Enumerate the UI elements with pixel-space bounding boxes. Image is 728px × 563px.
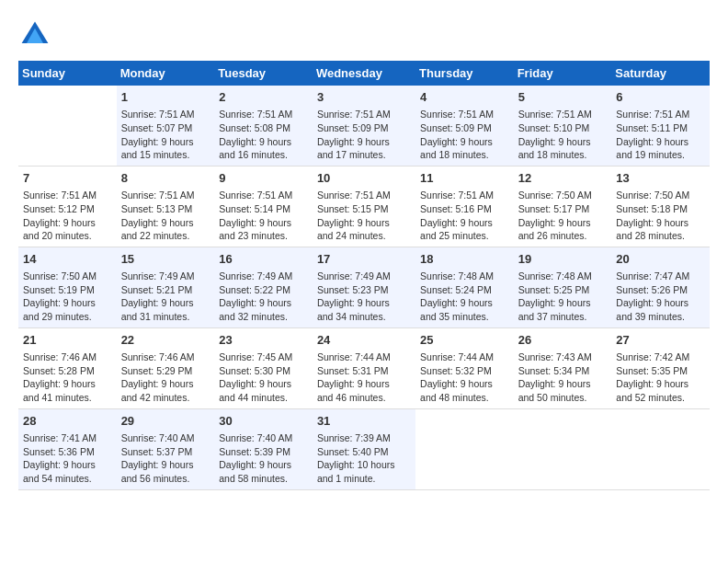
calendar-cell: 11Sunrise: 7:51 AM Sunset: 5:16 PM Dayli…: [415, 166, 514, 247]
day-info: Sunrise: 7:51 AM Sunset: 5:11 PM Dayligh…: [616, 108, 705, 162]
day-number: 18: [420, 251, 509, 268]
day-info: Sunrise: 7:50 AM Sunset: 5:17 PM Dayligh…: [518, 189, 608, 243]
day-number: 15: [121, 251, 210, 268]
calendar-cell: 31Sunrise: 7:39 AM Sunset: 5:40 PM Dayli…: [313, 408, 415, 489]
day-number: 20: [616, 251, 705, 268]
calendar-cell: 9Sunrise: 7:51 AM Sunset: 5:14 PM Daylig…: [214, 166, 313, 247]
day-info: Sunrise: 7:39 AM Sunset: 5:40 PM Dayligh…: [317, 431, 411, 486]
calendar-cell: 25Sunrise: 7:44 AM Sunset: 5:32 PM Dayli…: [415, 327, 514, 408]
day-info: Sunrise: 7:49 AM Sunset: 5:22 PM Dayligh…: [219, 270, 308, 324]
day-of-week-sunday: Sunday: [18, 61, 117, 86]
calendar-cell: 2Sunrise: 7:51 AM Sunset: 5:08 PM Daylig…: [214, 86, 313, 166]
day-info: Sunrise: 7:51 AM Sunset: 5:14 PM Dayligh…: [219, 189, 308, 243]
day-number: 9: [219, 170, 308, 187]
day-number: 12: [518, 170, 608, 187]
day-number: 27: [616, 332, 705, 349]
day-number: 31: [317, 413, 411, 430]
logo-icon: [18, 18, 51, 52]
day-info: Sunrise: 7:51 AM Sunset: 5:15 PM Dayligh…: [317, 189, 411, 243]
day-info: Sunrise: 7:50 AM Sunset: 5:19 PM Dayligh…: [23, 270, 112, 324]
calendar-cell: 13Sunrise: 7:50 AM Sunset: 5:18 PM Dayli…: [611, 166, 710, 247]
day-number: 4: [420, 89, 509, 106]
page-header: [18, 18, 710, 52]
day-number: 23: [219, 332, 308, 349]
day-number: 21: [23, 332, 112, 349]
day-number: 5: [518, 89, 608, 106]
calendar-cell: 22Sunrise: 7:46 AM Sunset: 5:29 PM Dayli…: [117, 327, 215, 408]
day-number: 17: [317, 251, 411, 268]
calendar-cell: 27Sunrise: 7:42 AM Sunset: 5:35 PM Dayli…: [611, 327, 710, 408]
calendar-cell: 7Sunrise: 7:51 AM Sunset: 5:12 PM Daylig…: [18, 166, 117, 247]
day-number: 16: [219, 251, 308, 268]
day-info: Sunrise: 7:51 AM Sunset: 5:12 PM Dayligh…: [23, 189, 112, 243]
day-number: 24: [317, 332, 411, 349]
day-info: Sunrise: 7:49 AM Sunset: 5:21 PM Dayligh…: [121, 270, 210, 324]
day-number: 13: [616, 170, 705, 187]
day-info: Sunrise: 7:46 AM Sunset: 5:29 PM Dayligh…: [121, 350, 210, 405]
day-info: Sunrise: 7:51 AM Sunset: 5:07 PM Dayligh…: [121, 108, 210, 162]
day-info: Sunrise: 7:48 AM Sunset: 5:24 PM Dayligh…: [420, 270, 509, 324]
day-info: Sunrise: 7:41 AM Sunset: 5:36 PM Dayligh…: [23, 431, 112, 486]
calendar-cell: 21Sunrise: 7:46 AM Sunset: 5:28 PM Dayli…: [18, 327, 117, 408]
calendar-week-2: 7Sunrise: 7:51 AM Sunset: 5:12 PM Daylig…: [18, 166, 710, 247]
calendar-cell: 1Sunrise: 7:51 AM Sunset: 5:07 PM Daylig…: [117, 86, 215, 166]
calendar-cell: 24Sunrise: 7:44 AM Sunset: 5:31 PM Dayli…: [313, 327, 415, 408]
calendar-cell: [611, 408, 710, 489]
day-info: Sunrise: 7:44 AM Sunset: 5:31 PM Dayligh…: [317, 350, 411, 405]
day-info: Sunrise: 7:44 AM Sunset: 5:32 PM Dayligh…: [420, 350, 509, 405]
logo: [18, 18, 57, 52]
day-of-week-saturday: Saturday: [611, 61, 710, 86]
day-info: Sunrise: 7:51 AM Sunset: 5:08 PM Dayligh…: [219, 108, 308, 162]
calendar-cell: 10Sunrise: 7:51 AM Sunset: 5:15 PM Dayli…: [313, 166, 415, 247]
day-info: Sunrise: 7:46 AM Sunset: 5:28 PM Dayligh…: [23, 350, 112, 405]
day-number: 30: [219, 413, 308, 430]
day-number: 3: [317, 89, 411, 106]
day-number: 7: [23, 170, 112, 187]
day-number: 1: [121, 89, 210, 106]
day-number: 26: [518, 332, 608, 349]
day-number: 29: [121, 413, 210, 430]
day-info: Sunrise: 7:42 AM Sunset: 5:35 PM Dayligh…: [616, 350, 705, 405]
day-number: 14: [23, 251, 112, 268]
day-of-week-tuesday: Tuesday: [214, 61, 313, 86]
day-number: 25: [420, 332, 509, 349]
day-of-week-thursday: Thursday: [415, 61, 514, 86]
day-info: Sunrise: 7:40 AM Sunset: 5:39 PM Dayligh…: [219, 431, 308, 486]
calendar-cell: 5Sunrise: 7:51 AM Sunset: 5:10 PM Daylig…: [514, 86, 612, 166]
day-number: 22: [121, 332, 210, 349]
day-of-week-monday: Monday: [117, 61, 215, 86]
day-info: Sunrise: 7:45 AM Sunset: 5:30 PM Dayligh…: [219, 350, 308, 405]
day-number: 11: [420, 170, 509, 187]
day-number: 2: [219, 89, 308, 106]
calendar-cell: 23Sunrise: 7:45 AM Sunset: 5:30 PM Dayli…: [214, 327, 313, 408]
day-number: 19: [518, 251, 608, 268]
calendar-cell: 28Sunrise: 7:41 AM Sunset: 5:36 PM Dayli…: [18, 408, 117, 489]
day-info: Sunrise: 7:51 AM Sunset: 5:09 PM Dayligh…: [317, 108, 411, 162]
day-info: Sunrise: 7:47 AM Sunset: 5:26 PM Dayligh…: [616, 270, 705, 324]
calendar-cell: 3Sunrise: 7:51 AM Sunset: 5:09 PM Daylig…: [313, 86, 415, 166]
day-of-week-friday: Friday: [514, 61, 612, 86]
calendar-cell: 29Sunrise: 7:40 AM Sunset: 5:37 PM Dayli…: [117, 408, 215, 489]
calendar-week-1: 1Sunrise: 7:51 AM Sunset: 5:07 PM Daylig…: [18, 86, 710, 166]
calendar-cell: 14Sunrise: 7:50 AM Sunset: 5:19 PM Dayli…: [18, 247, 117, 327]
day-info: Sunrise: 7:49 AM Sunset: 5:23 PM Dayligh…: [317, 270, 411, 324]
calendar-cell: [415, 408, 514, 489]
day-info: Sunrise: 7:43 AM Sunset: 5:34 PM Dayligh…: [518, 350, 608, 405]
day-info: Sunrise: 7:51 AM Sunset: 5:10 PM Dayligh…: [518, 108, 608, 162]
calendar-cell: [18, 86, 117, 166]
calendar-cell: 6Sunrise: 7:51 AM Sunset: 5:11 PM Daylig…: [611, 86, 710, 166]
day-number: 28: [23, 413, 112, 430]
day-number: 6: [616, 89, 705, 106]
day-info: Sunrise: 7:51 AM Sunset: 5:13 PM Dayligh…: [121, 189, 210, 243]
calendar-cell: 26Sunrise: 7:43 AM Sunset: 5:34 PM Dayli…: [514, 327, 612, 408]
calendar-cell: [514, 408, 612, 489]
calendar-cell: 20Sunrise: 7:47 AM Sunset: 5:26 PM Dayli…: [611, 247, 710, 327]
day-info: Sunrise: 7:50 AM Sunset: 5:18 PM Dayligh…: [616, 189, 705, 243]
calendar-cell: 17Sunrise: 7:49 AM Sunset: 5:23 PM Dayli…: [313, 247, 415, 327]
day-number: 10: [317, 170, 411, 187]
calendar-week-5: 28Sunrise: 7:41 AM Sunset: 5:36 PM Dayli…: [18, 408, 710, 489]
calendar-header-row: SundayMondayTuesdayWednesdayThursdayFrid…: [18, 61, 710, 86]
calendar-cell: 8Sunrise: 7:51 AM Sunset: 5:13 PM Daylig…: [117, 166, 215, 247]
calendar-week-4: 21Sunrise: 7:46 AM Sunset: 5:28 PM Dayli…: [18, 327, 710, 408]
calendar-week-3: 14Sunrise: 7:50 AM Sunset: 5:19 PM Dayli…: [18, 247, 710, 327]
